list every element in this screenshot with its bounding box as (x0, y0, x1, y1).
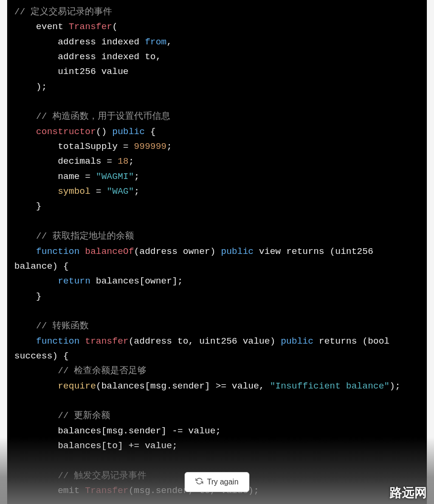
code-comment: // 获取指定地址的余额 (36, 231, 134, 242)
code-comment: // 触发交易记录事件 (58, 471, 146, 481)
code-comment: // 构造函数，用于设置代币信息 (36, 111, 170, 122)
code-comment: // 转账函数 (36, 321, 89, 331)
code-identifier: Transfer (69, 21, 112, 32)
code-comment: // 定义交易记录的事件 (14, 7, 112, 17)
try-again-button[interactable]: Try again (185, 472, 249, 492)
code-keyword: function (36, 336, 80, 346)
code-keyword: function (36, 246, 80, 257)
code-function-name: transfer (85, 336, 128, 346)
code-comment: // 更新余额 (58, 410, 110, 421)
code-comment: // 检查余额是否足够 (58, 366, 146, 376)
code-keyword: constructor (36, 126, 96, 137)
refresh-icon (196, 477, 203, 487)
watermark-text: 路远网 (390, 484, 427, 501)
code-function-name: balanceOf (85, 246, 134, 257)
try-again-label: Try again (207, 478, 238, 486)
code-block: // 定义交易记录的事件 event Transfer( address ind… (7, 0, 427, 504)
code-keyword: event (36, 21, 63, 32)
